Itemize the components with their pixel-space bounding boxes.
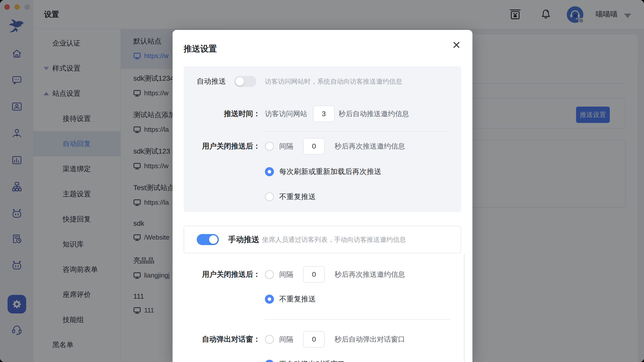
auto-push-row: 自动推送 访客访问网站时，系统自动向访客推送邀约信息: [173, 73, 472, 90]
close-icon[interactable]: ✕: [452, 40, 461, 51]
no-auto-popup-row: 不自动弹出对话窗口: [173, 356, 472, 362]
push-time-suffix: 秒后自动推送邀约信息: [339, 109, 409, 119]
interval-pre-text: 间隔: [279, 142, 293, 151]
manual-no-repeat-label: 不重复推送: [279, 294, 316, 304]
manual-interval-post-text: 秒后再次推送邀约信息: [335, 270, 405, 279]
manual-push-label: 手动推送: [228, 234, 259, 245]
repush-on-reload-row: 每次刷新或重新加载后再次推送: [173, 163, 472, 180]
push-settings-modal: 推送设置 ✕ 自动推送 访客访问网站时，系统自动向访客推送邀约信息 推送时间： …: [173, 30, 472, 362]
auto-popup-label: 自动弹出对话窗：: [183, 334, 260, 344]
manual-push-description: 坐席人员通过访客列表，手动向访客推送邀约信息: [262, 235, 406, 244]
no-auto-popup-radio[interactable]: [265, 360, 274, 362]
manual-interval-radio[interactable]: [265, 270, 274, 279]
popup-interval-post-text: 秒后自动弹出对话窗口: [335, 335, 405, 344]
interval-post-text: 秒后再次推送邀约信息: [335, 142, 405, 151]
manual-after-close-label: 用户关闭推送后：: [183, 269, 260, 280]
repush-on-reload-label: 每次刷新或重新加载后再次推送: [279, 167, 381, 177]
manual-interval-pre-text: 间隔: [279, 270, 293, 279]
no-repeat-row: 不重复推送: [173, 189, 472, 205]
repush-on-reload-radio[interactable]: [265, 167, 274, 176]
interval-input[interactable]: [303, 138, 325, 155]
manual-push-toggle[interactable]: [197, 234, 219, 245]
divider: [265, 319, 450, 320]
no-auto-popup-label: 不自动弹出对话窗口: [279, 359, 345, 362]
manual-push-box: 手动推送 坐席人员通过访客列表，手动向访客推送邀约信息: [184, 226, 461, 253]
auto-popup-row: 自动弹出对话窗： 间隔 秒后自动弹出对话窗口: [173, 331, 472, 348]
no-repeat-radio[interactable]: [265, 192, 274, 201]
popup-interval-input[interactable]: [303, 331, 325, 348]
auto-push-label: 自动推送: [197, 76, 226, 86]
push-time-row: 推送时间： 访客访问网站 秒后自动推送邀约信息: [173, 106, 472, 122]
app-window: 设置 喵喵喵 企业认证样式设置: [0, 0, 644, 362]
manual-no-repeat-radio[interactable]: [265, 295, 274, 304]
popup-interval-pre-text: 间隔: [279, 335, 293, 344]
modal-title: 推送设置: [184, 43, 217, 55]
push-time-prefix: 访客访问网站: [265, 109, 307, 119]
after-close-label: 用户关闭推送后：: [183, 141, 260, 151]
manual-interval-input[interactable]: [303, 266, 325, 283]
auto-push-toggle[interactable]: [234, 76, 256, 87]
modal-scrollbar[interactable]: [464, 254, 465, 362]
auto-push-description: 访客访问网站时，系统自动向访客推送邀约信息: [265, 77, 402, 86]
divider: [265, 131, 450, 132]
interval-radio[interactable]: [265, 142, 274, 151]
no-repeat-label: 不重复推送: [279, 192, 316, 202]
push-time-label: 推送时间：: [183, 109, 260, 119]
manual-no-repeat-row: 不重复推送: [173, 291, 472, 307]
push-time-input[interactable]: [313, 106, 335, 122]
after-close-row: 用户关闭推送后： 间隔 秒后再次推送邀约信息: [173, 138, 472, 155]
popup-interval-radio[interactable]: [265, 335, 274, 344]
manual-after-close-row: 用户关闭推送后： 间隔 秒后再次推送邀约信息: [173, 266, 472, 283]
